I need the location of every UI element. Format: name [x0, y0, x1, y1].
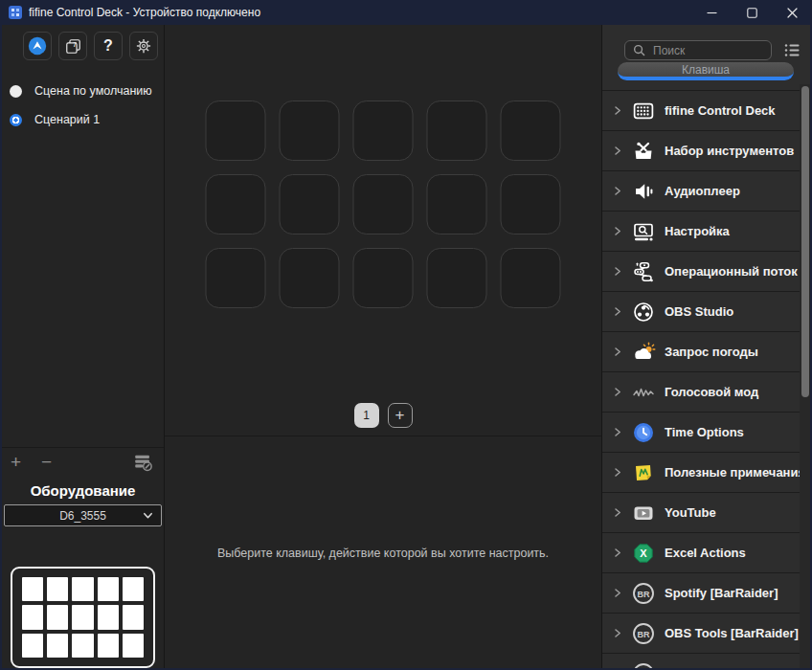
list-view-button[interactable] [784, 43, 800, 58]
chevron-right-icon[interactable] [613, 266, 622, 277]
minimize-button[interactable] [691, 0, 732, 25]
action-category-row[interactable]: OBS Studio [602, 292, 810, 332]
action-category-row[interactable]: Time Options [602, 413, 810, 453]
chevron-right-icon[interactable] [613, 105, 622, 116]
deck-key[interactable] [206, 174, 266, 234]
list-view-icon [784, 43, 800, 57]
deck-key[interactable] [206, 248, 266, 308]
fifine-home-button[interactable] [23, 32, 52, 60]
search-box[interactable] [624, 40, 772, 60]
action-category-row[interactable]: Аудиоплеер [602, 171, 810, 212]
radio-unselected-icon[interactable] [10, 85, 22, 98]
add-page-button[interactable]: + [388, 403, 413, 428]
search-input[interactable] [651, 43, 763, 58]
chevron-right-icon[interactable] [613, 145, 622, 156]
device-preview-cell [47, 634, 68, 658]
chevron-right-icon[interactable] [613, 628, 622, 638]
device-preview-cell [22, 634, 43, 658]
device-select[interactable]: D6_3555 [4, 504, 162, 526]
chevron-right-icon[interactable] [613, 547, 622, 558]
radio-selected-icon[interactable] [10, 114, 22, 126]
deck-key[interactable] [280, 248, 340, 308]
help-button[interactable]: ? [94, 32, 123, 60]
action-category-row[interactable]: YouTube [602, 493, 810, 533]
tab-key[interactable]: Клавиша [618, 62, 794, 80]
action-category-row[interactable]: BROBS Tools [BarRaider] [602, 614, 810, 654]
close-button[interactable] [772, 0, 812, 25]
chevron-right-icon[interactable] [613, 387, 622, 397]
deck-key[interactable] [353, 248, 414, 308]
deck-key[interactable] [280, 174, 340, 234]
device-select-value: D6_3555 [59, 509, 106, 523]
excel-icon: X [631, 541, 656, 566]
page-1-button[interactable]: 1 [354, 403, 379, 428]
chevron-right-icon[interactable] [613, 346, 622, 357]
action-category-row[interactable]: BRSpotify [BarRaider] [602, 573, 810, 614]
chevron-right-icon[interactable] [613, 306, 622, 317]
deck-key[interactable] [501, 248, 561, 308]
action-category-label: Excel Actions [665, 546, 746, 560]
action-category-row[interactable]: Полезные примечания [602, 453, 810, 493]
minimize-icon [707, 8, 717, 18]
svg-text:7: 7 [73, 40, 77, 47]
action-category-row[interactable]: Голосовой мод [602, 372, 810, 413]
obs-icon [631, 300, 656, 324]
device-preview-cell [47, 605, 68, 629]
action-category-row[interactable]: Операционный поток [602, 252, 810, 292]
remove-scene-button[interactable]: − [41, 453, 64, 471]
deck-key[interactable] [427, 248, 487, 308]
action-category-row[interactable]: XExcel Actions [602, 533, 810, 573]
action-category-label: Операционный поток [665, 264, 798, 279]
maximize-button[interactable] [732, 0, 772, 25]
action-category-row[interactable]: fifine Control Deck [602, 91, 810, 131]
action-category-row[interactable]: Запрос погоды [602, 332, 810, 372]
settings-button[interactable] [129, 32, 158, 60]
chevron-right-icon[interactable] [613, 427, 622, 437]
maximize-icon [747, 8, 757, 18]
deck-key[interactable] [501, 100, 561, 161]
help-icon: ? [103, 37, 113, 55]
device-preview-cell [123, 577, 144, 601]
chevron-right-icon[interactable] [613, 226, 622, 236]
key-grid [206, 100, 561, 308]
action-category-label: YouTube [665, 505, 716, 520]
device-preview-cell [98, 605, 119, 629]
device-preview-cell [98, 634, 119, 658]
device-edit-icon[interactable] [132, 452, 154, 473]
voice-wave-icon [631, 380, 656, 405]
device-preview-cell [123, 634, 144, 658]
chevron-right-icon[interactable] [613, 467, 622, 478]
deck-key[interactable] [427, 100, 487, 161]
action-category-row[interactable]: Настройка [602, 212, 810, 252]
chevron-right-icon[interactable] [613, 588, 622, 598]
hint-text: Выберите клавишу, действие которой вы хо… [165, 547, 601, 560]
device-preview [11, 567, 155, 668]
monitor-search-icon [631, 219, 656, 244]
hardware-heading: Оборудование [2, 476, 164, 504]
device-preview-cell [72, 605, 93, 629]
action-category-row[interactable]: BR [602, 654, 810, 668]
deck-key[interactable] [501, 174, 561, 234]
scene-item-scenario-1[interactable]: Сценарий 1 [2, 105, 164, 134]
deck-key[interactable] [353, 174, 414, 234]
deck-key[interactable] [206, 100, 266, 161]
profiles-icon: 7 [64, 37, 82, 56]
add-scene-button[interactable]: + [11, 453, 34, 471]
scene-item-default[interactable]: Сцена по умолчанию [2, 77, 164, 105]
deck-key[interactable] [280, 100, 340, 161]
action-category-row[interactable]: Набор инструментов [602, 131, 810, 171]
scrollbar-thumb[interactable] [801, 86, 809, 397]
action-category-label: Time Options [665, 425, 744, 439]
chevron-right-icon[interactable] [613, 186, 622, 196]
chevron-right-icon[interactable] [613, 507, 622, 518]
svg-text:BR: BR [638, 589, 650, 598]
scrollbar[interactable] [800, 84, 810, 668]
deck-key[interactable] [353, 100, 414, 161]
close-icon [787, 8, 798, 18]
deck-key[interactable] [427, 174, 487, 234]
titlebar: fifine Control Deck - Устройство подключ… [0, 0, 812, 25]
speaker-icon [631, 179, 656, 204]
toolbox-icon [631, 139, 656, 164]
action-category-label: Голосовой мод [665, 385, 758, 399]
profiles-button[interactable]: 7 [58, 32, 87, 60]
